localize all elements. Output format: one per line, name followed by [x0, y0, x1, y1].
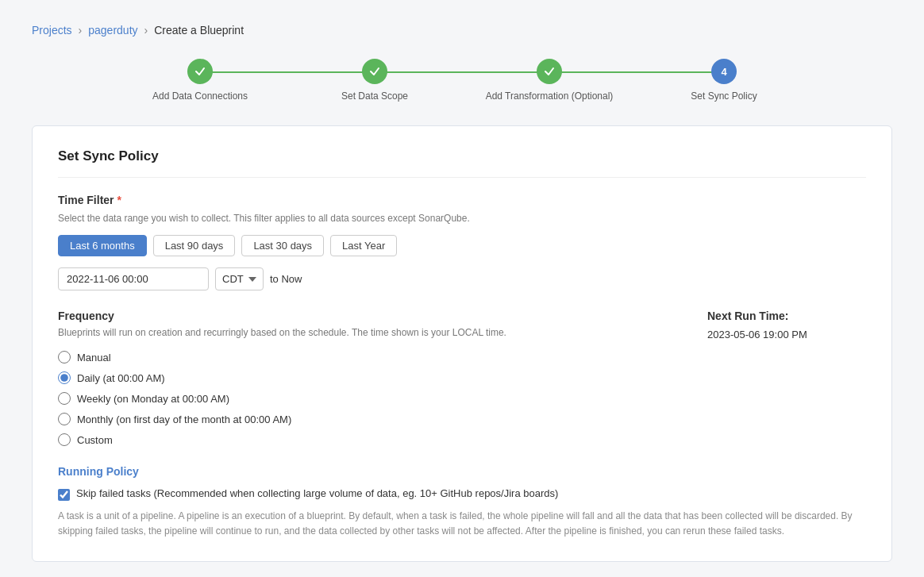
stepper-step-1: Add Data Connections	[113, 59, 287, 102]
radio-weekly[interactable]	[58, 392, 71, 405]
radio-label-monthly: Monthly (on first day of the month at 00…	[77, 414, 291, 425]
time-filter-label: Time Filter *	[58, 194, 866, 206]
date-input[interactable]	[58, 267, 209, 290]
filter-btn-2[interactable]: Last 30 days	[241, 235, 324, 256]
radio-label-custom: Custom	[77, 434, 113, 446]
radio-manual[interactable]	[58, 351, 71, 364]
step-label-4: Set Sync Policy	[691, 90, 757, 102]
skip-failed-label: Skip failed tasks (Recommended when coll…	[76, 487, 558, 499]
main-card: Set Sync Policy Time Filter * Select the…	[32, 125, 892, 562]
step-circle-1	[187, 59, 213, 84]
skip-failed-checkbox[interactable]	[58, 489, 70, 501]
stepper: Add Data ConnectionsSet Data ScopeAdd Tr…	[32, 59, 892, 102]
frequency-left: Frequency Blueprints will run on creatio…	[58, 310, 660, 446]
radio-monthly[interactable]	[58, 413, 71, 425]
time-filter-description: Select the data range you wish to collec…	[58, 211, 866, 225]
frequency-title: Frequency	[58, 310, 660, 322]
step-label-3: Add Transformation (Optional)	[486, 90, 614, 102]
policy-description: A task is a unit of a pipeline. A pipeli…	[58, 509, 866, 539]
radio-label-manual: Manual	[77, 352, 111, 364]
filter-btn-3[interactable]: Last Year	[330, 235, 397, 256]
time-filter-section: Time Filter * Select the data range you …	[58, 194, 866, 290]
radio-label-weekly: Weekly (on Monday at 00:00 AM)	[77, 393, 229, 405]
frequency-radio-group: ManualDaily (at 00:00 AM)Weekly (on Mond…	[58, 351, 660, 446]
frequency-description: Blueprints will run on creation and recu…	[58, 325, 660, 340]
radio-item-weekly[interactable]: Weekly (on Monday at 00:00 AM)	[58, 392, 660, 405]
card-title: Set Sync Policy	[58, 148, 866, 178]
stepper-step-2: Set Data Scope	[287, 59, 462, 102]
stepper-step-4: 4Set Sync Policy	[637, 59, 811, 102]
breadcrumb-pagerduty[interactable]: pagerduty	[88, 24, 137, 37]
filter-btn-0[interactable]: Last 6 months	[58, 235, 147, 256]
radio-item-custom[interactable]: Custom	[58, 433, 660, 446]
datetime-row: CDT UTC EST to Now	[58, 267, 866, 290]
breadcrumb-sep-2: ›	[144, 24, 148, 37]
radio-custom[interactable]	[58, 433, 71, 446]
step-circle-4: 4	[711, 59, 737, 84]
step-circle-2	[362, 59, 387, 84]
time-filter-buttons: Last 6 monthsLast 90 daysLast 30 daysLas…	[58, 235, 866, 256]
radio-daily[interactable]	[58, 371, 71, 384]
to-now-label: to Now	[270, 273, 302, 285]
breadcrumb-current: Create a Blueprint	[154, 24, 244, 37]
radio-label-daily: Daily (at 00:00 AM)	[77, 372, 165, 384]
radio-item-monthly[interactable]: Monthly (on first day of the month at 00…	[58, 413, 660, 425]
timezone-select[interactable]: CDT UTC EST	[215, 267, 264, 290]
skip-failed-row: Skip failed tasks (Recommended when coll…	[58, 487, 866, 501]
next-run-value: 2023-05-06 19:00 PM	[707, 329, 866, 340]
next-run-title: Next Run Time:	[707, 310, 866, 322]
breadcrumb-sep-1: ›	[79, 24, 83, 37]
stepper-step-3: Add Transformation (Optional)	[462, 59, 637, 102]
step-label-2: Set Data Scope	[341, 90, 408, 102]
filter-btn-1[interactable]: Last 90 days	[153, 235, 236, 256]
step-circle-3	[537, 59, 562, 84]
breadcrumb: Projects › pagerduty › Create a Blueprin…	[32, 16, 892, 37]
frequency-right: Next Run Time: 2023-05-06 19:00 PM	[707, 310, 866, 446]
step-label-1: Add Data Connections	[152, 90, 248, 102]
radio-item-daily[interactable]: Daily (at 00:00 AM)	[58, 371, 660, 384]
running-policy-section: Running Policy Skip failed tasks (Recomm…	[58, 465, 866, 539]
radio-item-manual[interactable]: Manual	[58, 351, 660, 364]
frequency-section: Frequency Blueprints will run on creatio…	[58, 310, 866, 446]
running-policy-title: Running Policy	[58, 465, 866, 478]
breadcrumb-projects[interactable]: Projects	[32, 24, 72, 37]
